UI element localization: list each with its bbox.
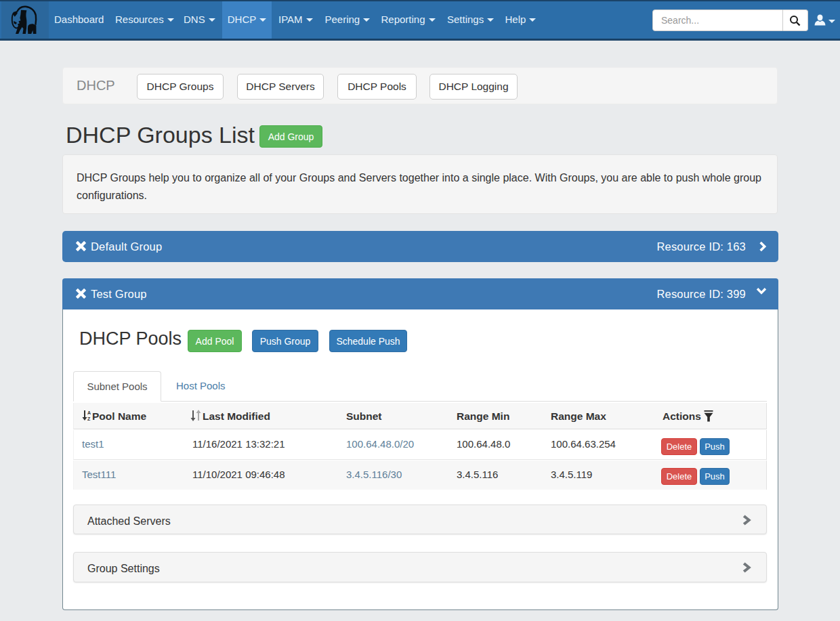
svg-text:A: A — [87, 410, 91, 415]
svg-text:Z: Z — [87, 416, 91, 421]
